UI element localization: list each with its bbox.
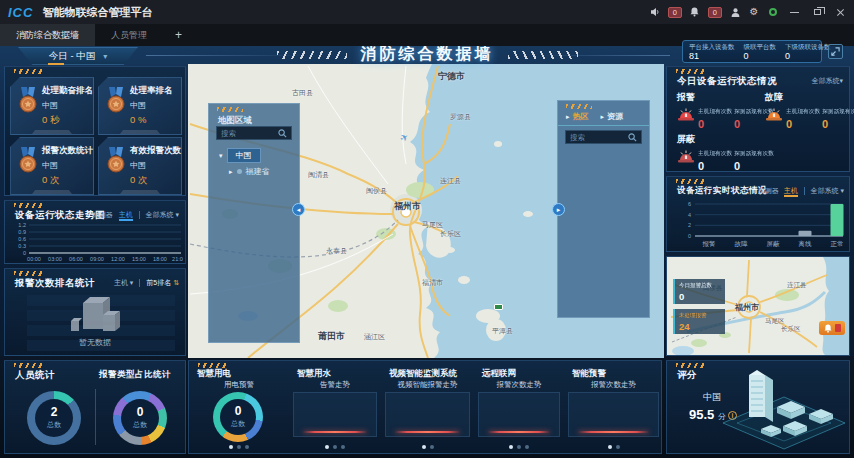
- panel-status-trend: 设备运行状态走势图 探测器 主机 全部系统 ▾ 1.2 0.9 0.6 0.3 …: [4, 200, 186, 264]
- stat-platform-devices: 平台接入设备数81: [689, 43, 735, 61]
- trend-controls: 探测器 主机 全部系统 ▾: [92, 210, 179, 220]
- svg-text:2: 2: [688, 222, 691, 228]
- user-icon[interactable]: [729, 6, 741, 18]
- card-alarm-count: 报警次数统计 中国 0 次: [10, 137, 94, 195]
- tab-personnel[interactable]: 人员管理: [95, 24, 163, 46]
- title-deco-left: [277, 51, 347, 59]
- map-label: 莆田市: [318, 330, 345, 343]
- pending-alarms: 未处理报警 24: [673, 309, 725, 334]
- staff-donut: 2总数: [27, 391, 81, 445]
- svg-text:6: 6: [688, 201, 691, 207]
- svg-text:4: 4: [688, 212, 691, 218]
- tree-expanded-icon[interactable]: ▾: [219, 152, 223, 160]
- carousel-dots[interactable]: [474, 445, 564, 449]
- tab-fire-datawall[interactable]: 消防综合数据墙: [0, 24, 95, 46]
- module-smart-water: 智慧用水 告警走势: [289, 361, 381, 453]
- card-valid-alarms: 有效报警次数 中国 0 次: [98, 137, 182, 195]
- tree-collapsed-icon[interactable]: ▸: [229, 168, 233, 176]
- carousel-dots[interactable]: [381, 445, 474, 449]
- app-title: 智能物联综合管理平台: [42, 5, 152, 20]
- minimize-button[interactable]: [786, 4, 802, 20]
- svg-text:离线: 离线: [798, 240, 813, 247]
- map-label: 闽清县: [308, 170, 329, 180]
- trend-line: [395, 431, 460, 433]
- system-filter[interactable]: 全部系统▾: [811, 76, 843, 86]
- card-title: 处理率排名: [130, 85, 173, 97]
- gear-icon[interactable]: ⚙: [748, 6, 760, 18]
- minimap-label: 连江县: [787, 281, 807, 290]
- tree-node-fujian[interactable]: 福建省: [246, 166, 270, 177]
- stat-sub-devices: 下级级联设备数0: [785, 43, 831, 61]
- module-subtitle: 报警次数走势: [564, 380, 663, 390]
- map-label: 罗源县: [450, 112, 471, 122]
- system-filter[interactable]: 全部系统: [146, 211, 174, 218]
- search-icon: [278, 129, 287, 138]
- header-stats-panel: 平台接入设备数81 级联平台数0 下级级联设备数0: [682, 40, 822, 63]
- card-handle-rank: 处理勤奋排名 中国 0 秒: [10, 77, 94, 135]
- volume-icon[interactable]: [649, 6, 661, 18]
- map-label: 连江县: [440, 176, 461, 186]
- status-ring-icon[interactable]: [767, 6, 779, 18]
- alarm-action-button[interactable]: [819, 321, 845, 335]
- svg-text:00:00: 00:00: [27, 256, 41, 262]
- host-filter[interactable]: 主机: [114, 279, 128, 286]
- bell-icon[interactable]: [689, 6, 701, 18]
- svg-text:18:00: 18:00: [153, 256, 167, 262]
- top5-sort[interactable]: 前5排名: [146, 279, 171, 286]
- tree-node-china[interactable]: 中国: [227, 148, 261, 163]
- new-tab-button[interactable]: +: [163, 24, 194, 46]
- module-title: 智慧用水: [297, 368, 331, 380]
- main-map[interactable]: 宁德市 古田县 罗源县 闽清县 闽侯县 连江县 福州市 马尾区 长乐区 永泰县 …: [188, 64, 664, 358]
- carousel-dots[interactable]: [189, 445, 289, 449]
- panel-staff-alarmtype: 人员统计 报警类型占比统计 2总数 0总数: [4, 360, 186, 454]
- panel-corner-deco: [566, 104, 592, 109]
- status-group-alarm: 报警 主机现有次数0 探测器现有次数0: [677, 91, 763, 130]
- resource-search-input[interactable]: [566, 133, 628, 142]
- close-button[interactable]: [832, 4, 848, 20]
- power-donut: 0总数: [213, 392, 263, 442]
- panel-city-map[interactable]: 闽侯县 福州市 连江县 马尾区 长乐区 今日报警总数 0 未处理报警 24: [666, 256, 850, 356]
- carousel-dots[interactable]: [564, 445, 663, 449]
- map-label: 福清市: [422, 278, 443, 288]
- resource-search: [565, 130, 642, 144]
- expand-icon[interactable]: [828, 44, 843, 59]
- svg-text:报警: 报警: [702, 240, 717, 248]
- sort-arrows-icon[interactable]: ⇅: [173, 279, 179, 286]
- map-region-panel: 地图区域 ▾ 中国 ▸ 福建省: [208, 103, 300, 343]
- region-search-input[interactable]: [217, 129, 278, 138]
- restore-button[interactable]: [809, 4, 825, 20]
- medal-icon: [18, 147, 38, 173]
- panel-title: 评分: [677, 369, 697, 382]
- shield-siren-icon: [677, 149, 695, 164]
- tab-hot-zone[interactable]: ▸热区: [566, 111, 589, 122]
- tab-detector[interactable]: 探测器: [92, 211, 113, 218]
- chevron-down-icon: ▾: [839, 77, 843, 84]
- tab-detector[interactable]: 探测器: [758, 187, 779, 194]
- card-value: 0 %: [130, 114, 146, 125]
- system-filter[interactable]: 全部系统: [811, 187, 839, 194]
- collapse-right-panel-button[interactable]: ▸: [552, 203, 565, 216]
- svg-text:1.2: 1.2: [18, 222, 26, 228]
- module-smart-warning: 智能预警 报警次数走势: [564, 361, 663, 453]
- siren-icon: [677, 107, 695, 122]
- map-label: 闽侯县: [366, 186, 387, 196]
- svg-text:屏蔽: 屏蔽: [767, 240, 781, 248]
- svg-text:03:00: 03:00: [48, 256, 62, 262]
- svg-text:15:00: 15:00: [132, 256, 146, 262]
- trend-chart: 1.2 0.9 0.6 0.3 0 00:00 03:00 06:00 09:0…: [9, 221, 183, 263]
- panel-alarm-ranking: 报警次数排名统计 主机 ▾ 前5排名 ⇅ 暂无数据: [4, 268, 186, 356]
- tab-host[interactable]: 主机: [119, 211, 133, 221]
- svg-text:0.6: 0.6: [18, 236, 26, 242]
- tab-resources[interactable]: ▸资源: [601, 111, 624, 122]
- trend-line: [578, 431, 649, 433]
- empty-box-illustration: [63, 291, 129, 339]
- status-group-shield: 屏蔽 主机现有次数0 探测器现有次数0: [677, 133, 763, 172]
- collapse-left-panel-button[interactable]: ◂: [292, 203, 305, 216]
- tab-host[interactable]: 主机: [784, 187, 798, 197]
- panel-title: 报警次数排名统计: [15, 277, 95, 290]
- carousel-dots[interactable]: [289, 445, 381, 449]
- medal-icon: [18, 87, 38, 113]
- card-region: 中国: [42, 100, 58, 111]
- module-smart-power: 智慧用电 用电预警 0总数: [189, 361, 289, 453]
- map-label: 涵江区: [364, 332, 385, 342]
